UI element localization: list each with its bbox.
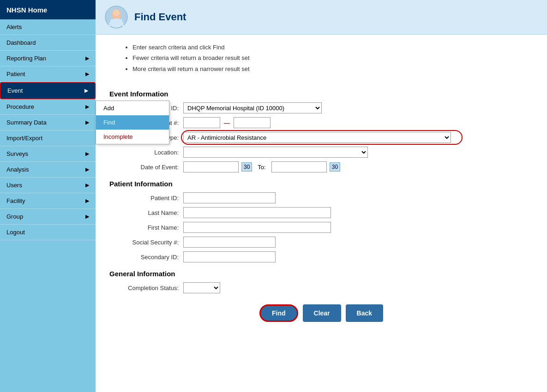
dropdown-incomplete[interactable]: Incomplete [96, 130, 169, 144]
completion-status-label: Completion Status: [109, 285, 183, 291]
completion-status-row: Completion Status: Complete Incomplete [109, 282, 533, 293]
facility-id-select[interactable]: DHQP Memorial Hospital (ID 10000) [183, 102, 322, 113]
calendar-from-button[interactable]: 30 [241, 162, 252, 172]
sidebar-item-label: Summary Data [6, 119, 47, 126]
sidebar-item-label: Dashboard [6, 39, 36, 46]
sidebar-item-label: Import/Export [6, 135, 42, 142]
page-header: Find Event [96, 0, 547, 35]
svg-point-3 [113, 10, 120, 16]
first-name-row: First Name: [109, 222, 533, 233]
chevron-right-icon: ▶ [85, 71, 89, 77]
first-name-input[interactable] [183, 222, 331, 233]
sidebar-item-dashboard[interactable]: Dashboard [0, 35, 96, 51]
sidebar-item-logout[interactable]: Logout [0, 225, 96, 240]
date-from-input[interactable] [183, 161, 239, 172]
sidebar-item-label: Group [6, 213, 23, 220]
button-row: Find Clear Back [109, 304, 533, 331]
sidebar-item-label: Procedure [6, 103, 34, 110]
sidebar-item-import-export[interactable]: Import/Export [0, 131, 96, 146]
clear-button[interactable]: Clear [303, 304, 341, 322]
instructions: Enter search criteria and click Find Few… [96, 35, 547, 78]
sidebar-item-event[interactable]: Event ▶ [0, 82, 96, 99]
location-label: Location: [109, 149, 183, 156]
sidebar: NHSN Home Alerts Dashboard Reporting Pla… [0, 0, 96, 392]
instruction-2: Fewer criteria will return a broader res… [132, 53, 536, 63]
facility-id-row: Facility ID: DHQP Memorial Hospital (ID … [109, 102, 533, 113]
chevron-right-icon: ▶ [84, 88, 88, 94]
patient-section-title: Patient Information [109, 180, 533, 188]
sidebar-header: NHSN Home [0, 0, 96, 19]
ssn-row: Social Security #: [109, 237, 533, 248]
date-row: Date of Event: 30 To: 30 [109, 161, 533, 172]
sidebar-item-label: Patient [6, 71, 25, 77]
sidebar-item-patient[interactable]: Patient ▶ [0, 66, 96, 82]
sidebar-title: NHSN Home [6, 6, 47, 14]
chevron-right-icon: ▶ [85, 151, 89, 157]
sidebar-item-facility[interactable]: Facility ▶ [0, 193, 96, 209]
secondary-id-label: Secondary ID: [109, 254, 183, 261]
event-num-input-2[interactable] [234, 117, 270, 128]
ssn-label: Social Security #: [109, 239, 183, 246]
dropdown-add[interactable]: Add [96, 101, 169, 115]
chevron-right-icon: ▶ [85, 166, 89, 172]
event-num-input-1[interactable] [183, 117, 220, 128]
header-icon [105, 6, 128, 29]
patient-id-input[interactable] [183, 192, 276, 203]
sidebar-item-surveys[interactable]: Surveys ▶ [0, 146, 96, 162]
sidebar-item-analysis[interactable]: Analysis ▶ [0, 162, 96, 178]
patient-id-label: Patient ID: [109, 195, 183, 202]
event-num-dash: — [222, 119, 232, 126]
date-label: Date of Event: [109, 164, 183, 171]
last-name-row: Last Name: [109, 207, 533, 218]
event-num-inputs: — [183, 117, 270, 128]
location-select[interactable] [183, 147, 368, 158]
chevron-right-icon: ▶ [85, 198, 89, 204]
instruction-3: More criteria will return a narrower res… [132, 64, 536, 74]
sidebar-item-summary-data[interactable]: Summary Data ▶ [0, 115, 96, 131]
first-name-label: First Name: [109, 224, 183, 231]
event-type-row: Event Type: AR - Antimicrobial Resistanc… [109, 132, 533, 143]
chevron-right-icon: ▶ [85, 182, 89, 188]
ssn-input[interactable] [183, 237, 276, 248]
sidebar-item-label: Logout [6, 229, 25, 236]
sidebar-item-label: Users [6, 182, 22, 189]
sidebar-item-label: Analysis [6, 166, 29, 173]
page-title: Find Event [134, 11, 186, 23]
last-name-label: Last Name: [109, 209, 183, 216]
chevron-right-icon: ▶ [85, 119, 89, 125]
sidebar-item-label: Surveys [6, 150, 28, 157]
date-to-label: To: [255, 164, 268, 171]
sidebar-item-alerts[interactable]: Alerts [0, 19, 96, 35]
date-to-input[interactable] [271, 161, 327, 172]
chevron-right-icon: ▶ [85, 55, 89, 61]
event-dropdown-menu: Add Find Incomplete [96, 101, 169, 144]
calendar-to-button[interactable]: 30 [330, 162, 340, 172]
location-row: Location: [109, 147, 533, 158]
patient-id-row: Patient ID: [109, 192, 533, 203]
last-name-input[interactable] [183, 207, 331, 218]
sidebar-item-label: Alerts [6, 24, 22, 30]
sidebar-item-label: Event [7, 87, 23, 94]
completion-status-select[interactable]: Complete Incomplete [183, 282, 220, 293]
secondary-id-input[interactable] [183, 251, 276, 262]
event-num-row: Event #: — [109, 117, 533, 128]
event-type-select[interactable]: AR - Antimicrobial Resistance BSI - Bloo… [183, 132, 451, 143]
sidebar-item-procedure[interactable]: Procedure ▶ [0, 99, 96, 115]
instruction-1: Enter search criteria and click Find [132, 42, 536, 53]
secondary-id-row: Secondary ID: [109, 251, 533, 262]
sidebar-item-label: Reporting Plan [6, 55, 46, 62]
find-button[interactable]: Find [259, 304, 298, 322]
chevron-right-icon: ▶ [85, 214, 89, 220]
dropdown-find[interactable]: Find [96, 115, 169, 130]
event-section-title: Event Information [109, 90, 533, 98]
general-section-title: General Information [109, 270, 533, 278]
back-button[interactable]: Back [346, 304, 383, 322]
sidebar-item-reporting-plan[interactable]: Reporting Plan ▶ [0, 51, 96, 66]
sidebar-item-group[interactable]: Group ▶ [0, 209, 96, 225]
chevron-right-icon: ▶ [85, 104, 89, 110]
sidebar-item-users[interactable]: Users ▶ [0, 178, 96, 193]
main-content: Find Event Enter search criteria and cli… [96, 0, 547, 392]
sidebar-item-label: Facility [6, 197, 25, 204]
date-inputs: 30 To: 30 [183, 161, 340, 172]
